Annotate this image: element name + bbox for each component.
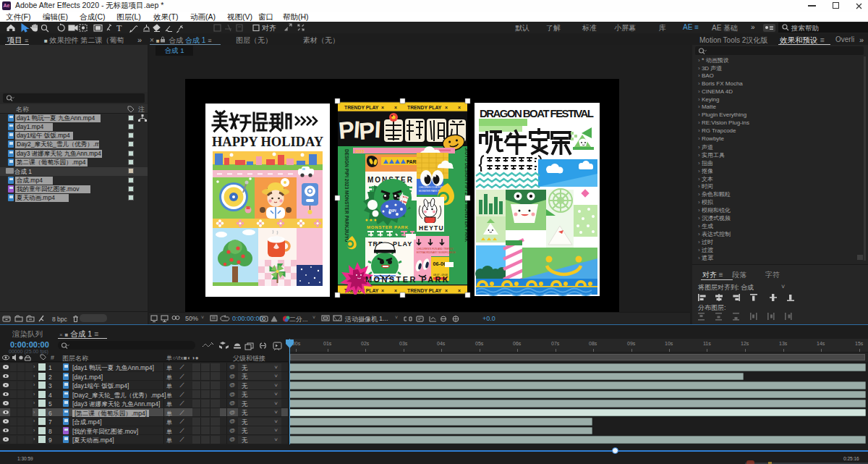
svg-text:DRAGON BOAT FESTIVAL: DRAGON BOAT FESTIVAL (480, 107, 594, 119)
svg-text:T: T (116, 23, 122, 33)
svg-text:8 bpc: 8 bpc (52, 316, 68, 323)
svg-text:对齐: 对齐 (262, 24, 276, 32)
svg-text:HAPPY HOLIDAY: HAPPY HOLIDAY (212, 135, 324, 149)
